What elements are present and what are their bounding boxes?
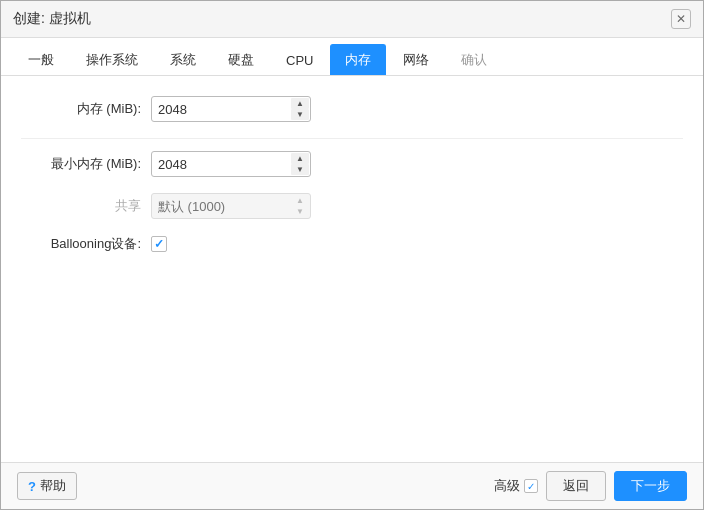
dialog: 创建: 虚拟机 ✕ 一般 操作系统 系统 硬盘 CPU 内存 网络 确认 bbox=[0, 0, 704, 510]
min-memory-row: 最小内存 (MiB): ▲ ▼ bbox=[21, 151, 683, 177]
footer: ? 帮助 高级 返回 下一步 bbox=[1, 462, 703, 509]
tab-bar: 一般 操作系统 系统 硬盘 CPU 内存 网络 确认 bbox=[1, 38, 703, 76]
share-spin-arrows: ▲ ▼ bbox=[291, 195, 309, 217]
memory-down-arrow[interactable]: ▼ bbox=[291, 109, 309, 120]
min-memory-spin-arrows: ▲ ▼ bbox=[291, 153, 309, 175]
memory-up-arrow[interactable]: ▲ bbox=[291, 98, 309, 109]
ballooning-checkbox[interactable] bbox=[151, 236, 167, 252]
footer-left: ? 帮助 bbox=[17, 472, 77, 500]
help-label: 帮助 bbox=[40, 477, 66, 495]
tab-general[interactable]: 一般 bbox=[13, 44, 69, 75]
tab-os[interactable]: 操作系统 bbox=[71, 44, 153, 75]
tab-cpu[interactable]: CPU bbox=[271, 46, 328, 74]
back-button[interactable]: 返回 bbox=[546, 471, 606, 501]
memory-row: 内存 (MiB): ▲ ▼ bbox=[21, 96, 683, 122]
tab-confirm: 确认 bbox=[446, 44, 502, 75]
memory-label: 内存 (MiB): bbox=[21, 100, 151, 118]
min-memory-label: 最小内存 (MiB): bbox=[21, 155, 151, 173]
ballooning-checkbox-wrapper bbox=[151, 236, 167, 252]
ballooning-row: Ballooning设备: bbox=[21, 235, 683, 253]
dialog-title: 创建: 虚拟机 bbox=[13, 10, 91, 28]
next-button[interactable]: 下一步 bbox=[614, 471, 687, 501]
share-up-arrow: ▲ bbox=[291, 195, 309, 206]
divider-1 bbox=[21, 138, 683, 139]
share-row: 共享 ▲ ▼ bbox=[21, 193, 683, 219]
share-input-wrapper: ▲ ▼ bbox=[151, 193, 311, 219]
title-bar: 创建: 虚拟机 ✕ bbox=[1, 1, 703, 38]
tab-network[interactable]: 网络 bbox=[388, 44, 444, 75]
min-memory-up-arrow[interactable]: ▲ bbox=[291, 153, 309, 164]
memory-input-wrapper: ▲ ▼ bbox=[151, 96, 311, 122]
min-memory-input[interactable] bbox=[151, 151, 311, 177]
help-icon: ? bbox=[28, 479, 36, 494]
close-icon: ✕ bbox=[676, 12, 686, 26]
ballooning-label: Ballooning设备: bbox=[21, 235, 151, 253]
min-memory-down-arrow[interactable]: ▼ bbox=[291, 164, 309, 175]
tab-memory[interactable]: 内存 bbox=[330, 44, 386, 75]
min-memory-input-wrapper: ▲ ▼ bbox=[151, 151, 311, 177]
content-area: 内存 (MiB): ▲ ▼ 最小内存 (MiB): ▲ ▼ bbox=[1, 76, 703, 462]
help-button[interactable]: ? 帮助 bbox=[17, 472, 77, 500]
share-down-arrow: ▼ bbox=[291, 206, 309, 217]
share-label: 共享 bbox=[21, 197, 151, 215]
advanced-label: 高级 bbox=[494, 477, 520, 495]
footer-right: 高级 返回 下一步 bbox=[494, 471, 687, 501]
tab-system[interactable]: 系统 bbox=[155, 44, 211, 75]
memory-spin-arrows: ▲ ▼ bbox=[291, 98, 309, 120]
advanced-checkbox[interactable] bbox=[524, 479, 538, 493]
memory-input[interactable] bbox=[151, 96, 311, 122]
close-button[interactable]: ✕ bbox=[671, 9, 691, 29]
advanced-area: 高级 bbox=[494, 477, 538, 495]
tab-disk[interactable]: 硬盘 bbox=[213, 44, 269, 75]
share-input bbox=[151, 193, 311, 219]
